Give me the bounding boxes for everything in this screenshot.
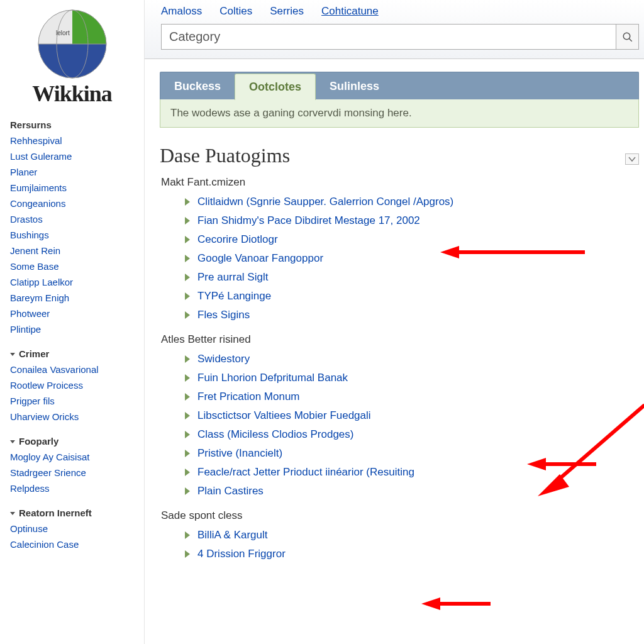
svg-text:lelort: lelort [56,30,70,36]
sidebar-link[interactable]: Prigper fils [6,393,138,409]
content: BuckessOotclotesSulinless The wodews ase… [145,59,644,644]
expand-icon[interactable] [185,355,190,363]
sidebar-link[interactable]: Planer [6,164,138,180]
article-link[interactable]: Cecorire Diotlogr [197,233,278,246]
expand-icon[interactable] [185,274,190,281]
svg-line-6 [629,38,632,42]
sidebar-link[interactable]: Lust Gulerame [6,148,138,164]
list-item: Clitlaidwn (Sgnrie Saupper. Galerrion Co… [185,192,639,211]
notice-bar: The wodews ase a ganing corvervdi monsin… [160,99,639,128]
section-heading: Makt Fant.cmizen [161,176,639,189]
expand-icon[interactable] [185,531,190,539]
sidebar-section-heading: Rersurns [6,119,138,133]
sidebar-link[interactable]: Stadrgeer Srience [6,465,138,480]
sidebar-link[interactable]: Plintipe [6,321,138,337]
page-tab[interactable]: Buckess [160,74,235,99]
sidebar-link[interactable]: Clatipp Laelkor [6,274,138,290]
section-heading: Atles Better risined [161,333,639,346]
topnav-link[interactable]: Cohticatune [321,5,379,18]
topnav-link[interactable]: Colties [219,5,252,18]
sidebar-link[interactable]: Relpdess [6,480,138,496]
page-tab[interactable]: Ootclotes [235,74,316,100]
expand-icon[interactable] [185,198,190,206]
search-button[interactable] [616,24,639,50]
sidebar-section-heading[interactable]: Fooparly [6,436,138,449]
list-item: Libsctictsor Valtiees Mobier Fuedgali [185,406,639,425]
page-tabs: BuckessOotclotesSulinless [160,72,639,99]
list-item: Fles Sigins [185,306,639,325]
list-item: Fian Shidmy's Pace Dibdiret Mestage 17, … [185,211,639,230]
sidebar-section-heading[interactable]: Reatorn Inerneft [6,508,138,521]
top-nav: AmalossColtiesSerriesCohticatune [161,5,639,18]
sidebar-link[interactable]: Uharview Oricks [6,409,138,425]
sidebar: lelort Wikkina RersurnsRehhespivalLust G… [0,0,145,644]
sidebar-link[interactable]: Photweer [6,306,138,321]
list-item: Feacle/ract Jetter Prioduct iinéarior (R… [185,463,639,482]
expand-icon[interactable] [185,450,190,457]
sidebar-link[interactable]: Some Base [6,258,138,274]
list-item: Fuin Lhorion Defpritumal Banak [185,369,639,387]
article-link[interactable]: 4 Drission Friggror [197,548,286,560]
sidebar-link[interactable]: Congeanions [6,196,138,211]
globe-icon: lelort [35,6,110,82]
list-item: Pre aurral Siglt [185,268,639,287]
expand-icon[interactable] [185,255,190,262]
expand-icon[interactable] [185,236,190,243]
top-strip: AmalossColtiesSerriesCohticatune [145,0,644,59]
expand-icon[interactable] [185,311,190,319]
expand-icon[interactable] [185,487,190,495]
sidebar-link[interactable]: Calecinion Case [6,536,138,552]
article-link[interactable]: Fret Prication Monum [197,391,300,403]
article-link[interactable]: Plain Castires [197,485,264,497]
search-input[interactable] [161,24,616,50]
article-link[interactable]: Fian Shidmy's Pace Dibdiret Mestage 17, … [197,214,420,227]
expand-icon[interactable] [185,393,190,401]
list-item: BilliA & Kargult [185,526,639,545]
page-options-button[interactable] [625,153,639,165]
search-row [161,24,639,50]
list-item: Pristive (Inancielt) [185,444,639,463]
article-link[interactable]: Pristive (Inancielt) [197,447,282,460]
sidebar-link[interactable]: Mogloy Ay Caisisat [6,449,138,465]
article-link[interactable]: TYPé Langinge [197,290,271,303]
article-link[interactable]: BilliA & Kargult [197,529,268,541]
logo-text: Wikkina [6,80,138,107]
expand-icon[interactable] [185,412,190,419]
logo[interactable]: lelort Wikkina [6,6,138,107]
sidebar-link[interactable]: Eumjlaiments [6,180,138,196]
sidebar-link[interactable]: Bushings [6,227,138,243]
expand-icon[interactable] [185,217,190,225]
sidebar-section-heading[interactable]: Crimer [6,348,138,362]
article-link[interactable]: Class (Miciless Clodios Prodges) [197,428,353,441]
sidebar-link[interactable]: Optinuse [6,521,138,536]
search-icon [622,31,633,43]
article-link[interactable]: Feacle/ract Jetter Prioduct iinéarior (R… [197,466,414,479]
article-link[interactable]: Google Vanoar Fangoppor [197,252,323,265]
article-link[interactable]: Libsctictsor Valtiees Mobier Fuedgali [197,409,371,422]
list-item: Google Vanoar Fangoppor [185,249,639,268]
expand-icon[interactable] [185,431,190,438]
sidebar-link[interactable]: Drastos [6,211,138,227]
sidebar-link[interactable]: Bareym Enigh [6,290,138,306]
article-link[interactable]: Pre aurral Siglt [197,271,268,284]
topnav-link[interactable]: Amaloss [161,5,202,18]
sidebar-link[interactable]: Rehhespival [6,133,138,148]
sidebar-link[interactable]: Rootlew Proicess [6,377,138,393]
list-item: 4 Drission Friggror [185,545,639,564]
chevron-down-icon [628,156,636,162]
article-link[interactable]: Fles Sigins [197,309,250,321]
expand-icon[interactable] [185,292,190,300]
sidebar-link[interactable]: Conailea Vasvarional [6,362,138,377]
article-link[interactable]: Fuin Lhorion Defpritumal Banak [197,372,348,384]
list-item: TYPé Langinge [185,287,639,306]
expand-icon[interactable] [185,469,190,476]
page-tab[interactable]: Sulinless [316,74,393,99]
article-link[interactable]: Swidestory [197,353,250,365]
sidebar-link[interactable]: Jenent Rein [6,243,138,258]
list-item: Class (Miciless Clodios Prodges) [185,425,639,444]
annotation-arrow [421,597,497,613]
expand-icon[interactable] [185,374,190,382]
topnav-link[interactable]: Serries [270,5,304,18]
expand-icon[interactable] [185,550,190,558]
article-link[interactable]: Clitlaidwn (Sgnrie Saupper. Galerrion Co… [197,196,453,208]
